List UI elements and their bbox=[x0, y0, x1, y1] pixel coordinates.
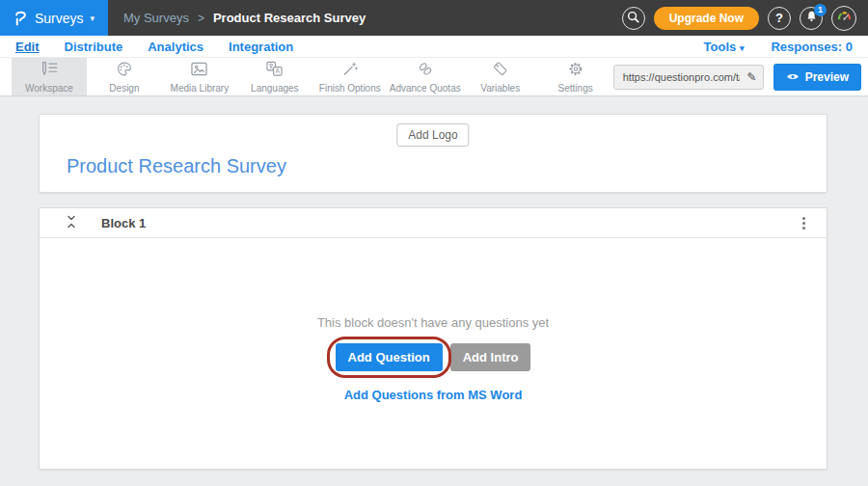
add-questions-ms-word-link[interactable]: Add Questions from MS Word bbox=[344, 388, 523, 402]
search-button[interactable] bbox=[622, 7, 645, 30]
survey-nav: Edit Distribute Analytics Integration To… bbox=[0, 36, 868, 58]
toolbar-item-workspace[interactable]: Workspace bbox=[12, 58, 87, 95]
add-intro-button[interactable]: Add Intro bbox=[450, 343, 531, 371]
survey-nav-right: Tools ▾ Responses: 0 bbox=[704, 40, 853, 54]
chevron-down-icon: ▾ bbox=[740, 43, 745, 53]
settings-gear-icon bbox=[567, 61, 584, 81]
search-icon bbox=[627, 11, 639, 26]
breadcrumb-my-surveys[interactable]: My Surveys bbox=[123, 11, 189, 25]
toolbar-item-design[interactable]: Design bbox=[87, 58, 162, 95]
block-empty-state: This block doesn't have any questions ye… bbox=[40, 238, 827, 469]
tab-edit[interactable]: Edit bbox=[15, 40, 40, 54]
toolbar-item-settings[interactable]: Settings bbox=[538, 58, 613, 95]
finish-options-wand-icon bbox=[341, 61, 359, 81]
header-actions: Upgrade Now ? 1 bbox=[622, 6, 868, 31]
notification-badge: 1 bbox=[814, 4, 827, 16]
toolbar-item-variables[interactable]: Variables bbox=[463, 58, 538, 95]
gauge-icon bbox=[836, 9, 853, 28]
toolbar-item-finish-options[interactable]: Finish Options bbox=[312, 58, 388, 95]
help-button[interactable]: ? bbox=[768, 7, 791, 30]
tab-analytics[interactable]: Analytics bbox=[148, 40, 203, 54]
breadcrumb-separator: > bbox=[198, 12, 204, 25]
kebab-dot bbox=[802, 227, 805, 230]
advance-quotas-chain-icon bbox=[417, 61, 434, 81]
survey-canvas: Add Logo Product Research Survey Block 1… bbox=[0, 96, 868, 470]
eye-icon bbox=[786, 70, 800, 84]
survey-nav-tabs: Edit Distribute Analytics Integration bbox=[15, 40, 293, 54]
brand-menu-label: Surveys bbox=[35, 11, 84, 26]
kebab-dot bbox=[802, 222, 805, 225]
preview-button[interactable]: Preview bbox=[773, 64, 861, 91]
block-title[interactable]: Block 1 bbox=[101, 216, 146, 230]
account-gauge-button[interactable] bbox=[831, 6, 856, 31]
media-library-icon bbox=[190, 61, 208, 81]
toolbar-item-media-library[interactable]: Media Library bbox=[162, 58, 237, 95]
block-header: Block 1 bbox=[40, 208, 827, 238]
breadcrumb-current-survey: Product Research Survey bbox=[213, 11, 366, 25]
variables-tag-icon bbox=[492, 61, 509, 81]
toolbar-item-advance-quotas[interactable]: Advance Quotas bbox=[388, 58, 463, 95]
survey-url-box: ✎ bbox=[613, 65, 764, 90]
brand-surveys-menu[interactable]: Surveys ▾ bbox=[0, 0, 108, 36]
empty-block-message: This block doesn't have any questions ye… bbox=[317, 315, 549, 330]
questionpro-logo-icon bbox=[14, 9, 28, 27]
breadcrumb: My Surveys > Product Research Survey bbox=[123, 11, 366, 25]
survey-url-input[interactable] bbox=[613, 65, 764, 90]
collapse-icon bbox=[66, 215, 77, 231]
chevron-down-icon: ▾ bbox=[91, 14, 95, 23]
survey-title[interactable]: Product Research Survey bbox=[67, 155, 286, 177]
top-header: Surveys ▾ My Surveys > Product Research … bbox=[0, 0, 868, 36]
tab-integration[interactable]: Integration bbox=[229, 40, 293, 54]
tab-distribute[interactable]: Distribute bbox=[65, 40, 123, 54]
block-action-buttons: Add Question Add Intro bbox=[336, 343, 531, 371]
edit-toolbar: Workspace Design Media Library bbox=[0, 58, 868, 96]
preview-label: Preview bbox=[805, 70, 849, 84]
edit-pencil-icon[interactable]: ✎ bbox=[747, 70, 757, 84]
survey-title-card: Add Logo Product Research Survey bbox=[39, 114, 827, 193]
notifications-button[interactable]: 1 bbox=[800, 7, 823, 30]
svg-text:A: A bbox=[276, 68, 281, 74]
kebab-dot bbox=[802, 217, 805, 220]
block-menu-button[interactable] bbox=[797, 213, 811, 233]
add-question-annotated-wrap: Add Question bbox=[336, 343, 443, 371]
add-logo-button[interactable]: Add Logo bbox=[396, 123, 469, 147]
collapse-block-button[interactable] bbox=[64, 213, 79, 233]
question-mark-icon: ? bbox=[775, 11, 783, 25]
add-question-button[interactable]: Add Question bbox=[336, 343, 443, 371]
languages-icon: A bbox=[265, 61, 284, 81]
workspace-icon bbox=[40, 61, 59, 81]
toolbar-item-languages[interactable]: A Languages bbox=[237, 58, 312, 95]
responses-count[interactable]: Responses: 0 bbox=[771, 40, 853, 54]
toolbar-right-group: ✎ Preview bbox=[613, 58, 868, 95]
tools-menu[interactable]: Tools ▾ bbox=[704, 40, 745, 54]
design-palette-icon bbox=[116, 61, 133, 81]
block-card: Block 1 This block doesn't have any ques… bbox=[39, 207, 827, 470]
upgrade-now-button[interactable]: Upgrade Now bbox=[654, 7, 759, 30]
